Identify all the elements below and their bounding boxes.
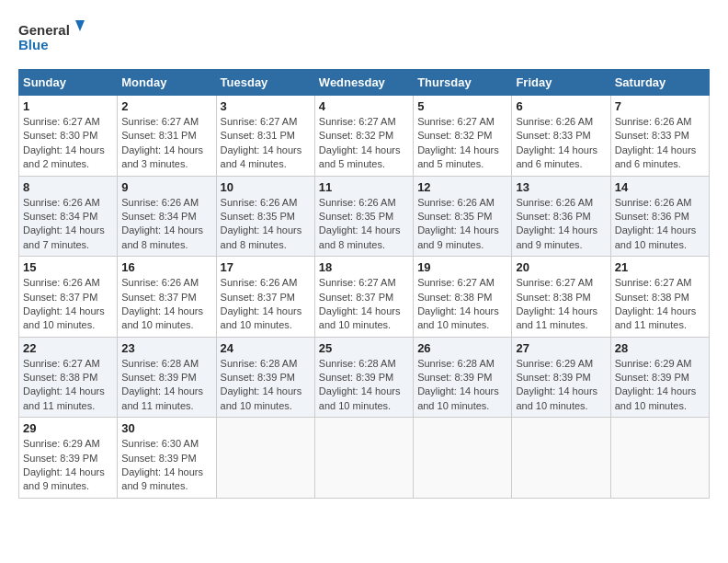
- day-number: 16: [121, 260, 211, 274]
- col-header-wednesday: Wednesday: [314, 70, 413, 96]
- day-info: Sunrise: 6:26 AMSunset: 8:37 PMDaylight:…: [23, 276, 113, 333]
- calendar-cell: 9Sunrise: 6:26 AMSunset: 8:34 PMDaylight…: [118, 176, 216, 257]
- calendar-cell: [610, 418, 709, 499]
- day-number: 22: [23, 341, 113, 355]
- day-number: 11: [319, 180, 409, 194]
- calendar-cell: [414, 418, 512, 499]
- calendar-cell: 2Sunrise: 6:27 AMSunset: 8:31 PMDaylight…: [118, 96, 216, 177]
- calendar-cell: [314, 418, 413, 499]
- day-info: Sunrise: 6:26 AMSunset: 8:33 PMDaylight:…: [516, 115, 606, 172]
- day-info: Sunrise: 6:29 AMSunset: 8:39 PMDaylight:…: [615, 357, 705, 414]
- calendar-cell: 18Sunrise: 6:27 AMSunset: 8:37 PMDayligh…: [314, 257, 413, 338]
- calendar-week-4: 22Sunrise: 6:27 AMSunset: 8:38 PMDayligh…: [19, 337, 710, 418]
- day-number: 5: [417, 99, 507, 113]
- col-header-saturday: Saturday: [610, 70, 709, 96]
- day-number: 26: [417, 341, 507, 355]
- calendar-cell: 30Sunrise: 6:30 AMSunset: 8:39 PMDayligh…: [118, 418, 216, 499]
- day-number: 3: [221, 99, 311, 113]
- calendar-cell: 6Sunrise: 6:26 AMSunset: 8:33 PMDaylight…: [512, 96, 610, 177]
- col-header-monday: Monday: [118, 70, 216, 96]
- calendar-week-1: 1Sunrise: 6:27 AMSunset: 8:30 PMDaylight…: [19, 96, 710, 177]
- day-number: 24: [221, 341, 311, 355]
- calendar-cell: [512, 418, 610, 499]
- calendar-week-3: 15Sunrise: 6:26 AMSunset: 8:37 PMDayligh…: [19, 257, 710, 338]
- day-number: 13: [516, 180, 606, 194]
- calendar-cell: 25Sunrise: 6:28 AMSunset: 8:39 PMDayligh…: [314, 337, 413, 418]
- day-number: 17: [221, 260, 311, 274]
- day-number: 6: [516, 99, 606, 113]
- day-info: Sunrise: 6:26 AMSunset: 8:34 PMDaylight:…: [121, 196, 211, 253]
- day-number: 14: [615, 180, 705, 194]
- calendar-cell: 19Sunrise: 6:27 AMSunset: 8:38 PMDayligh…: [414, 257, 512, 338]
- col-header-thursday: Thursday: [414, 70, 512, 96]
- logo: General Blue: [18, 18, 92, 60]
- day-number: 29: [23, 421, 113, 435]
- svg-text:General: General: [18, 22, 70, 38]
- calendar-cell: [216, 418, 314, 499]
- svg-marker-2: [75, 20, 85, 31]
- day-info: Sunrise: 6:27 AMSunset: 8:31 PMDaylight:…: [221, 115, 311, 172]
- calendar-cell: 13Sunrise: 6:26 AMSunset: 8:36 PMDayligh…: [512, 176, 610, 257]
- day-number: 21: [615, 260, 705, 274]
- day-info: Sunrise: 6:27 AMSunset: 8:38 PMDaylight:…: [23, 357, 113, 414]
- day-info: Sunrise: 6:30 AMSunset: 8:39 PMDaylight:…: [121, 437, 211, 494]
- day-info: Sunrise: 6:26 AMSunset: 8:33 PMDaylight:…: [615, 115, 705, 172]
- day-number: 18: [319, 260, 409, 274]
- day-info: Sunrise: 6:26 AMSunset: 8:35 PMDaylight:…: [221, 196, 311, 253]
- day-info: Sunrise: 6:26 AMSunset: 8:36 PMDaylight:…: [615, 196, 705, 253]
- logo-svg: General Blue: [18, 18, 92, 60]
- calendar-cell: 16Sunrise: 6:26 AMSunset: 8:37 PMDayligh…: [118, 257, 216, 338]
- day-info: Sunrise: 6:27 AMSunset: 8:32 PMDaylight:…: [319, 115, 409, 172]
- day-info: Sunrise: 6:27 AMSunset: 8:38 PMDaylight:…: [615, 276, 705, 333]
- calendar-cell: 24Sunrise: 6:28 AMSunset: 8:39 PMDayligh…: [216, 337, 314, 418]
- day-number: 15: [23, 260, 113, 274]
- day-info: Sunrise: 6:29 AMSunset: 8:39 PMDaylight:…: [23, 437, 113, 494]
- calendar-cell: 8Sunrise: 6:26 AMSunset: 8:34 PMDaylight…: [19, 176, 118, 257]
- calendar-cell: 28Sunrise: 6:29 AMSunset: 8:39 PMDayligh…: [610, 337, 709, 418]
- calendar-cell: 15Sunrise: 6:26 AMSunset: 8:37 PMDayligh…: [19, 257, 118, 338]
- calendar-cell: 1Sunrise: 6:27 AMSunset: 8:30 PMDaylight…: [19, 96, 118, 177]
- calendar-cell: 12Sunrise: 6:26 AMSunset: 8:35 PMDayligh…: [414, 176, 512, 257]
- calendar-cell: 4Sunrise: 6:27 AMSunset: 8:32 PMDaylight…: [314, 96, 413, 177]
- day-number: 8: [23, 180, 113, 194]
- calendar-cell: 17Sunrise: 6:26 AMSunset: 8:37 PMDayligh…: [216, 257, 314, 338]
- day-number: 19: [417, 260, 507, 274]
- day-info: Sunrise: 6:27 AMSunset: 8:37 PMDaylight:…: [319, 276, 409, 333]
- col-header-friday: Friday: [512, 70, 610, 96]
- day-info: Sunrise: 6:28 AMSunset: 8:39 PMDaylight:…: [319, 357, 409, 414]
- calendar-table: SundayMondayTuesdayWednesdayThursdayFrid…: [18, 69, 710, 499]
- page-header: General Blue: [18, 18, 710, 60]
- calendar-week-2: 8Sunrise: 6:26 AMSunset: 8:34 PMDaylight…: [19, 176, 710, 257]
- calendar-cell: 10Sunrise: 6:26 AMSunset: 8:35 PMDayligh…: [216, 176, 314, 257]
- day-number: 2: [121, 99, 211, 113]
- day-info: Sunrise: 6:27 AMSunset: 8:32 PMDaylight:…: [417, 115, 507, 172]
- day-number: 28: [615, 341, 705, 355]
- day-number: 30: [121, 421, 211, 435]
- day-info: Sunrise: 6:27 AMSunset: 8:30 PMDaylight:…: [23, 115, 113, 172]
- day-info: Sunrise: 6:27 AMSunset: 8:38 PMDaylight:…: [417, 276, 507, 333]
- day-info: Sunrise: 6:29 AMSunset: 8:39 PMDaylight:…: [516, 357, 606, 414]
- calendar-cell: 26Sunrise: 6:28 AMSunset: 8:39 PMDayligh…: [414, 337, 512, 418]
- day-number: 23: [121, 341, 211, 355]
- calendar-header: SundayMondayTuesdayWednesdayThursdayFrid…: [19, 70, 710, 96]
- col-header-tuesday: Tuesday: [216, 70, 314, 96]
- calendar-cell: 20Sunrise: 6:27 AMSunset: 8:38 PMDayligh…: [512, 257, 610, 338]
- day-number: 4: [319, 99, 409, 113]
- day-number: 7: [615, 99, 705, 113]
- calendar-cell: 11Sunrise: 6:26 AMSunset: 8:35 PMDayligh…: [314, 176, 413, 257]
- day-info: Sunrise: 6:26 AMSunset: 8:36 PMDaylight:…: [516, 196, 606, 253]
- day-number: 10: [221, 180, 311, 194]
- day-info: Sunrise: 6:26 AMSunset: 8:35 PMDaylight:…: [417, 196, 507, 253]
- calendar-cell: 23Sunrise: 6:28 AMSunset: 8:39 PMDayligh…: [118, 337, 216, 418]
- day-number: 27: [516, 341, 606, 355]
- day-info: Sunrise: 6:26 AMSunset: 8:35 PMDaylight:…: [319, 196, 409, 253]
- col-header-sunday: Sunday: [19, 70, 118, 96]
- calendar-cell: 14Sunrise: 6:26 AMSunset: 8:36 PMDayligh…: [610, 176, 709, 257]
- day-number: 25: [319, 341, 409, 355]
- day-info: Sunrise: 6:28 AMSunset: 8:39 PMDaylight:…: [221, 357, 311, 414]
- calendar-cell: 22Sunrise: 6:27 AMSunset: 8:38 PMDayligh…: [19, 337, 118, 418]
- day-number: 9: [121, 180, 211, 194]
- day-info: Sunrise: 6:26 AMSunset: 8:37 PMDaylight:…: [121, 276, 211, 333]
- calendar-cell: 29Sunrise: 6:29 AMSunset: 8:39 PMDayligh…: [19, 418, 118, 499]
- calendar-cell: 7Sunrise: 6:26 AMSunset: 8:33 PMDaylight…: [610, 96, 709, 177]
